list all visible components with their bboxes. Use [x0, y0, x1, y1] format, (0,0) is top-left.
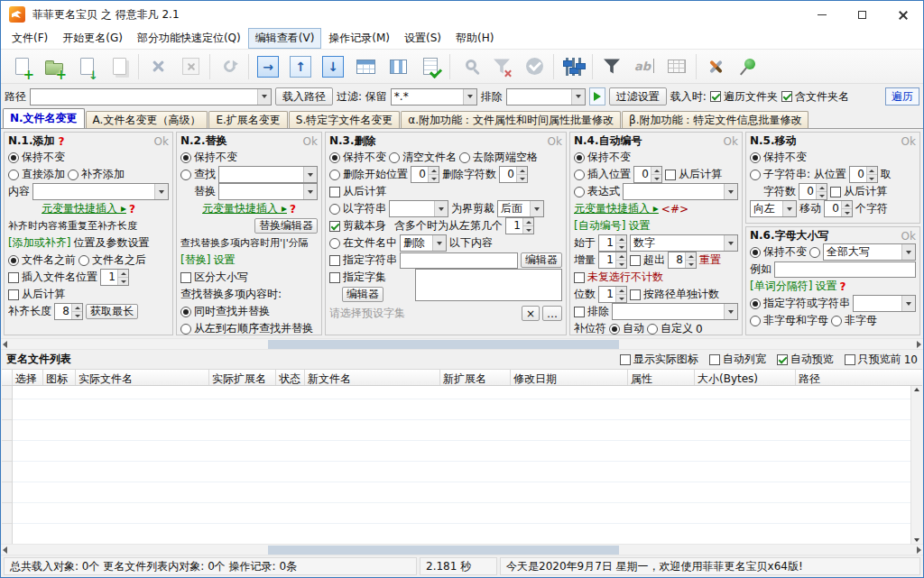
adjust-button[interactable]: [557, 51, 589, 82]
n6-case-mode-radio[interactable]: [809, 247, 820, 258]
file-list-table[interactable]: [2, 386, 922, 544]
tab-extension[interactable]: E.扩展名变更: [208, 111, 287, 128]
form-view-button[interactable]: [414, 51, 447, 82]
n3-spec-set-input[interactable]: [415, 269, 562, 301]
file-list-rows[interactable]: [13, 386, 910, 544]
tab-file-info[interactable]: β.附加功能：特定文件信息批量修改: [622, 111, 808, 128]
apply-filter-button[interactable]: [589, 87, 605, 106]
help-icon[interactable]: ?: [290, 203, 296, 216]
n6-case-mode-combo[interactable]: 全部大写: [823, 243, 916, 261]
n3-bound-side-combo[interactable]: 后面: [497, 200, 544, 217]
path-combo-arrow[interactable]: [257, 89, 271, 105]
minimize-button[interactable]: [801, 1, 842, 28]
n4-increment-spinner[interactable]: 1: [598, 252, 627, 269]
traverse-folders-option[interactable]: 遍历文件夹: [710, 89, 778, 105]
clear-list-button[interactable]: [174, 51, 207, 82]
menu-settings[interactable]: 设置(S): [397, 28, 448, 49]
n3-nth-spinner[interactable]: 1: [505, 217, 534, 234]
n3-preset-clear-button[interactable]: ×: [522, 306, 540, 321]
n2-simultaneous-radio[interactable]: [180, 307, 191, 317]
scrollbar-thumb[interactable]: [268, 340, 618, 349]
n3-preset-combo[interactable]: 请选择预设字集: [329, 306, 519, 321]
n2-meta-insert-link[interactable]: 元变量快捷插入 ▸: [202, 201, 287, 216]
column-select[interactable]: 选择: [13, 370, 43, 385]
n4-insert-pos-radio[interactable]: [574, 170, 585, 180]
new-file-button[interactable]: +: [5, 51, 38, 82]
load-list-button[interactable]: ↓: [70, 51, 103, 82]
n5-position-spinner[interactable]: 0: [849, 166, 878, 183]
n3-in-name-radio[interactable]: [329, 238, 340, 249]
preview-first-checkbox[interactable]: [845, 354, 855, 365]
n1-insert-pos-checkbox[interactable]: [8, 272, 19, 283]
move-down-button[interactable]: ↓: [317, 51, 349, 82]
n1-from-end-checkbox[interactable]: [8, 289, 19, 300]
n5-chars-spinner[interactable]: 0: [799, 183, 827, 200]
n3-cut-self-checkbox[interactable]: [329, 221, 340, 232]
menu-start-rename[interactable]: 开始更名(G): [55, 28, 130, 49]
n4-expression-radio[interactable]: [574, 187, 585, 197]
close-button[interactable]: [882, 1, 923, 28]
n6-spec-chars-combo[interactable]: [853, 295, 916, 312]
n2-replace-editor-button[interactable]: 替换编辑器: [254, 218, 318, 234]
n4-exclude-checkbox[interactable]: [574, 307, 585, 317]
keep-pattern-combo[interactable]: *.*: [391, 88, 477, 106]
include-folder-name-checkbox[interactable]: [781, 91, 792, 102]
menu-quick-locate[interactable]: 部分功能快速定位(Q): [130, 28, 248, 49]
menu-edit-view[interactable]: 编辑查看(V): [248, 28, 322, 49]
column-view-button[interactable]: [382, 51, 414, 82]
n3-preset-more-button[interactable]: …: [542, 306, 562, 321]
n1-content-combo[interactable]: [32, 183, 169, 200]
auto-preview-option[interactable]: 自动预览: [777, 352, 834, 367]
n4-pad-custom-radio[interactable]: [647, 324, 658, 335]
n1-keep-radio[interactable]: [8, 152, 19, 163]
n4-meta-insert-link[interactable]: 元变量快捷插入 ▸: [574, 201, 659, 216]
n3-delete-start-spinner[interactable]: 0: [411, 166, 439, 183]
n4-number-type-combo[interactable]: 数字: [630, 234, 738, 252]
show-icons-option[interactable]: 显示实际图标: [620, 352, 698, 367]
pin-button[interactable]: [732, 51, 764, 82]
column-new-ext[interactable]: 新扩展名: [440, 370, 511, 385]
panels-horizontal-scrollbar[interactable]: [1, 338, 923, 350]
scroll-up-arrow[interactable]: [914, 388, 919, 391]
filter-clear-button[interactable]: [485, 51, 518, 82]
exclude-pattern-combo[interactable]: [506, 88, 586, 106]
n6-spec-chars-radio[interactable]: [750, 298, 761, 309]
n4-expression-combo[interactable]: [623, 183, 738, 200]
scroll-left-arrow[interactable]: [3, 546, 7, 554]
column-modified-date[interactable]: 修改日期: [511, 370, 628, 385]
menu-history[interactable]: 操作记录(M): [321, 28, 397, 49]
column-current-name[interactable]: 实际文件名: [76, 370, 209, 385]
auto-preview-checkbox[interactable]: [777, 354, 788, 365]
menu-file[interactable]: 文件(F): [5, 28, 55, 49]
n3-spec-string-input[interactable]: [400, 252, 518, 269]
auto-width-checkbox[interactable]: [709, 354, 720, 365]
confirm-button[interactable]: [518, 51, 550, 82]
tab-filename-advanced[interactable]: A.文件名变更（高级）: [86, 111, 208, 128]
n2-replace-combo[interactable]: [218, 183, 318, 200]
delete-button[interactable]: [142, 51, 174, 82]
n3-spec-set-checkbox[interactable]: [329, 272, 340, 283]
table-horizontal-scrollbar[interactable]: [1, 544, 923, 555]
n1-direct-add-radio[interactable]: [8, 170, 19, 180]
n6-nonletter-radio[interactable]: [831, 316, 842, 326]
move-up-button[interactable]: ↑: [284, 51, 317, 82]
n4-overflow-spinner[interactable]: 8: [668, 252, 697, 269]
column-attributes[interactable]: 属性: [628, 370, 695, 385]
column-path[interactable]: 路径: [796, 370, 922, 385]
n3-spec-string-checkbox[interactable]: [329, 255, 340, 266]
save-list-button[interactable]: [103, 51, 135, 82]
traverse-folders-checkbox[interactable]: [710, 91, 721, 102]
scrollbar-thumb[interactable]: [268, 546, 618, 555]
n5-direction-combo[interactable]: 向左: [750, 200, 797, 217]
column-current-ext[interactable]: 实际扩展名: [209, 370, 276, 385]
n3-clear-name-radio[interactable]: [389, 152, 400, 163]
scroll-right-arrow[interactable]: [917, 341, 921, 348]
menu-help[interactable]: 帮助(H): [448, 28, 501, 49]
column-icon[interactable]: 图标: [43, 370, 76, 385]
tab-specific-name[interactable]: S.特定字文件名变更: [289, 111, 400, 128]
move-right-button[interactable]: →: [252, 51, 284, 82]
filter-button[interactable]: [596, 51, 628, 82]
n4-keep-radio[interactable]: [574, 152, 585, 163]
n1-pad-length-spinner[interactable]: 8: [54, 303, 83, 320]
include-folder-name-option[interactable]: 含文件夹名: [781, 89, 849, 105]
